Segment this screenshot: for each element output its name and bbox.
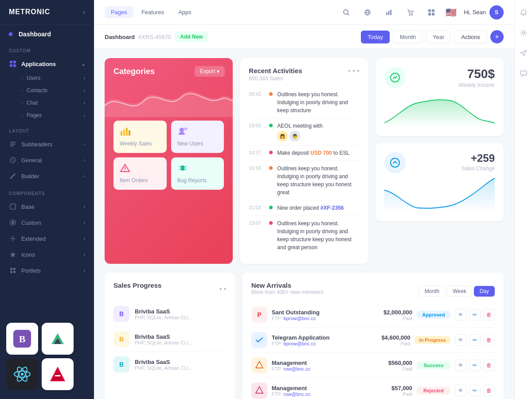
user-menu[interactable]: Hi, Sean S bbox=[464, 5, 504, 20]
add-new-button[interactable]: Add New bbox=[175, 31, 208, 42]
activity-avatars: 👩 👨 bbox=[277, 131, 359, 141]
svg-rect-12 bbox=[10, 268, 12, 270]
sidebar-sub-chat[interactable]: - Chat › bbox=[0, 97, 94, 109]
react-icon[interactable] bbox=[6, 358, 38, 390]
today-button[interactable]: Today bbox=[361, 31, 390, 43]
arrivals-subtitle: More than 400+ new members bbox=[251, 289, 324, 295]
arrivals-month-tab[interactable]: Month bbox=[419, 286, 445, 297]
bug-reports-card[interactable]: Bug Reports bbox=[171, 157, 224, 190]
arrival-amount-3: $57,000 Paid bbox=[372, 385, 412, 397]
cart-icon[interactable] bbox=[403, 5, 417, 20]
arrivals-week-tab[interactable]: Week bbox=[447, 286, 472, 297]
view-button-2[interactable]: 👁 bbox=[455, 360, 466, 371]
user-avatar: S bbox=[489, 5, 504, 20]
search-icon[interactable] bbox=[339, 5, 353, 20]
svg-point-25 bbox=[21, 373, 23, 376]
arrivals-period-tabs: Month Week Day bbox=[419, 286, 495, 297]
svg-point-58 bbox=[391, 158, 399, 167]
sidebar-item-builder[interactable]: Builder › bbox=[0, 168, 94, 184]
top-nav-icons: 🇺🇸 Hi, Sean S bbox=[339, 5, 504, 20]
sidebar-item-subheaders[interactable]: Subheaders › bbox=[0, 136, 94, 152]
avatar-1: 👩 bbox=[277, 131, 288, 141]
bug-icon bbox=[177, 164, 218, 175]
delete-button-3[interactable]: 🗑 bbox=[483, 385, 495, 396]
svg-rect-4 bbox=[10, 142, 16, 143]
tab-apps[interactable]: Apps bbox=[172, 6, 198, 18]
right-panel-chat-icon[interactable] bbox=[516, 66, 531, 81]
export-button[interactable]: Export ▾ bbox=[195, 66, 225, 77]
edit-button-3[interactable]: ✏ bbox=[469, 385, 481, 396]
right-panel-bell-icon[interactable] bbox=[516, 5, 531, 20]
view-button-0[interactable]: 👁 bbox=[455, 309, 466, 321]
add-user-icon bbox=[177, 127, 218, 138]
progress-name-1: Briviba SaaS bbox=[135, 333, 227, 340]
sidebar-item-general[interactable]: General › bbox=[0, 152, 94, 168]
network-icon[interactable] bbox=[360, 5, 375, 20]
svg-rect-42 bbox=[123, 129, 125, 136]
svg-rect-34 bbox=[390, 10, 391, 15]
arrival-ftp-2: FTP: row@bnc.cc bbox=[272, 366, 368, 372]
activity-item-0: 08:42 Outlines keep you honest. Indulgin… bbox=[249, 87, 359, 118]
chart-icon[interactable] bbox=[382, 5, 396, 20]
edit-button-2[interactable]: ✏ bbox=[469, 360, 481, 371]
arrival-actions-0: 👁 ✏ 🗑 bbox=[455, 309, 495, 321]
progress-item-2: B Briviba SaaS PHP, SQLite, Artisan CLI.… bbox=[113, 352, 227, 377]
sidebar-item-base[interactable]: Base › bbox=[0, 199, 94, 215]
progress-name-0: Briviba SaaS bbox=[135, 308, 227, 315]
new-users-card[interactable]: New Users bbox=[171, 121, 224, 153]
icons-label: Icons bbox=[21, 251, 84, 258]
weekly-income-label: Weekly Income bbox=[458, 82, 495, 88]
angular-icon[interactable] bbox=[42, 358, 74, 390]
item-orders-card[interactable]: Item Orders bbox=[113, 157, 167, 190]
arrival-ftp-1: FTP: bprow@bnc.cc bbox=[272, 341, 366, 346]
collapse-button[interactable]: ‹ bbox=[83, 8, 85, 16]
sidebar-sub-users[interactable]: - Users › bbox=[0, 72, 94, 84]
sidebar-item-applications[interactable]: Applications ⌄ bbox=[0, 56, 94, 72]
sidebar-item-portlets[interactable]: Portlets › bbox=[0, 262, 94, 278]
sidebar-item-custom[interactable]: Custom › bbox=[0, 215, 94, 231]
sidebar-sub-pages[interactable]: - Pages › bbox=[0, 109, 94, 121]
grid-icon[interactable] bbox=[424, 5, 438, 20]
delete-button-1[interactable]: 🗑 bbox=[483, 334, 495, 346]
year-button[interactable]: Year bbox=[426, 31, 451, 43]
sales-progress-menu[interactable]: • • bbox=[219, 285, 227, 293]
right-panel-settings-icon[interactable] bbox=[516, 26, 531, 40]
tab-features[interactable]: Features bbox=[135, 6, 170, 18]
month-button[interactable]: Month bbox=[393, 31, 422, 43]
activities-menu[interactable]: • • • bbox=[348, 67, 360, 75]
recent-activities-card: Recent Activities 890,344 Sales • • • 08… bbox=[240, 58, 368, 264]
svg-rect-3 bbox=[13, 64, 16, 67]
arrival-ftp-0: FTP: bprow@bnc.cc bbox=[272, 316, 368, 321]
tab-pages[interactable]: Pages bbox=[105, 6, 133, 18]
sidebar-sub-contacts[interactable]: - Contacts › bbox=[0, 84, 94, 97]
sidebar-item-extended[interactable]: Extended › bbox=[0, 231, 94, 246]
arrival-row-2: Management FTP: row@bnc.cc $560,000 Paid… bbox=[251, 353, 495, 378]
vue-icon[interactable] bbox=[42, 323, 74, 355]
sales-icon-circle bbox=[384, 152, 406, 173]
actions-button[interactable]: Actions bbox=[454, 31, 487, 43]
breadcrumb-dashboard[interactable]: Dashboard bbox=[105, 34, 135, 40]
edit-button-1[interactable]: ✏ bbox=[469, 334, 481, 346]
weekly-income-value: 750$ bbox=[458, 67, 495, 81]
svg-rect-13 bbox=[13, 268, 16, 270]
delete-button-0[interactable]: 🗑 bbox=[483, 309, 495, 321]
categories-card: Categories Export ▾ Wee bbox=[105, 58, 233, 264]
avatar-2: 👨 bbox=[289, 131, 300, 141]
language-flag[interactable]: 🇺🇸 bbox=[446, 7, 457, 18]
applications-icon bbox=[9, 60, 17, 68]
edit-button-0[interactable]: ✏ bbox=[469, 309, 481, 321]
add-button[interactable]: + bbox=[490, 30, 504, 43]
delete-button-2[interactable]: 🗑 bbox=[483, 360, 495, 371]
right-panel-send-icon[interactable] bbox=[516, 46, 531, 60]
svg-rect-52 bbox=[181, 165, 184, 171]
weekly-sales-card[interactable]: Weekly Sales bbox=[113, 121, 167, 153]
item-orders-label: Item Orders bbox=[120, 177, 160, 184]
bootstrap-icon[interactable]: B bbox=[6, 323, 38, 355]
arrivals-day-tab[interactable]: Day bbox=[474, 286, 495, 297]
view-button-1[interactable]: 👁 bbox=[455, 334, 466, 346]
arrival-name-2: Management bbox=[272, 360, 368, 366]
view-button-3[interactable]: 👁 bbox=[455, 385, 466, 396]
sidebar-item-icons[interactable]: Icons › bbox=[0, 246, 94, 262]
mini-cards-grid: Weekly Sales New Users Item Orders bbox=[113, 121, 224, 190]
sidebar-item-dashboard[interactable]: Dashboard bbox=[0, 24, 94, 41]
